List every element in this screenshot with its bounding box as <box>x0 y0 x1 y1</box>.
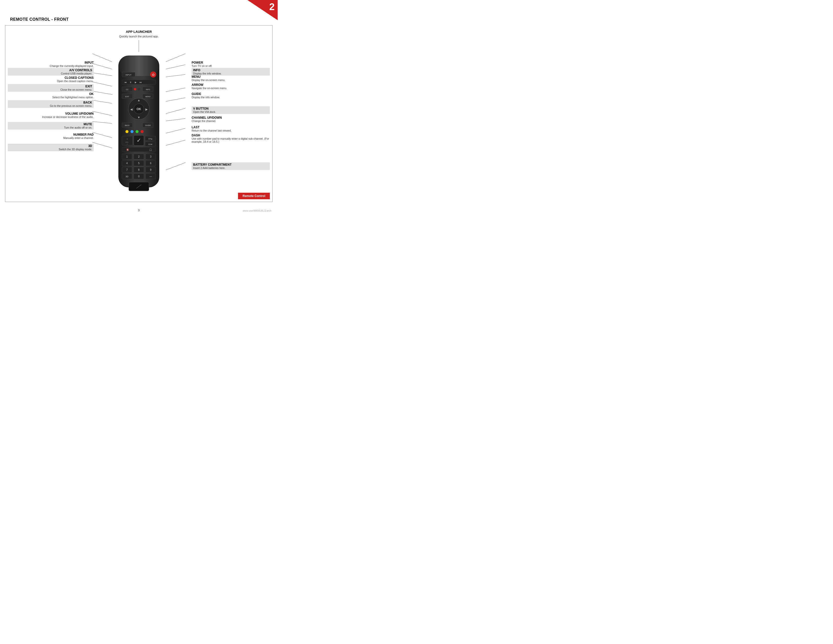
svg-line-4 <box>92 91 113 95</box>
svg-text:0: 0 <box>138 175 140 178</box>
app-launcher-label: APP LAUNCHER Quickly launch the pictured… <box>119 29 159 39</box>
svg-text:🎧: 🎧 <box>149 148 152 151</box>
website-url: www.userMANUALS.tech <box>243 209 271 212</box>
label-3d: 3D Switch the 3D display mode. <box>8 144 94 151</box>
svg-line-14 <box>166 98 185 101</box>
svg-text:🔇: 🔇 <box>126 148 129 151</box>
svg-rect-27 <box>122 80 156 84</box>
svg-text:5: 5 <box>138 162 140 165</box>
svg-line-1 <box>92 63 112 69</box>
svg-text:GUIDE: GUIDE <box>145 124 151 126</box>
svg-text:1: 1 <box>126 155 128 158</box>
svg-text:2: 2 <box>138 155 140 158</box>
svg-line-8 <box>92 132 112 138</box>
label-back: BACK Go to the previous on-screen menu. <box>8 100 94 108</box>
svg-text:INPUT: INPUT <box>125 74 132 76</box>
svg-text:▶: ▶ <box>145 108 148 111</box>
remote-svg: INPUT ⏻ ⏮ ⏸ ▶ ⏭ CC INFO <box>115 48 163 195</box>
svg-line-7 <box>92 121 112 124</box>
label-channel: CHANNEL UP/DOWN Change the channel. <box>191 116 270 122</box>
svg-text:+: + <box>127 138 128 140</box>
svg-text:—: — <box>150 175 152 178</box>
svg-text:OK: OK <box>137 107 141 111</box>
svg-text:✓: ✓ <box>137 137 141 143</box>
page-badge-number: 2 <box>269 2 275 11</box>
svg-point-53 <box>125 130 129 133</box>
svg-text:4: 4 <box>126 162 128 165</box>
label-menu: MENU Display the on-screen menu. <box>191 75 270 82</box>
label-number-pad: NUMBER PAD Manually enter a channel. <box>8 133 94 139</box>
app-launcher-title: APP LAUNCHER <box>126 30 152 34</box>
svg-text:⏭: ⏭ <box>140 81 142 84</box>
label-dash: DASH Use with number pad to manually ent… <box>191 134 270 143</box>
svg-text:7: 7 <box>126 169 128 171</box>
svg-point-35 <box>138 88 140 90</box>
svg-text:▼: ▼ <box>137 116 140 119</box>
label-closed-captions: CLOSED CAPTIONS Open the closed caption … <box>8 76 94 82</box>
corner-badge: 2 <box>248 0 278 20</box>
svg-line-19 <box>166 163 185 170</box>
svg-text:8: 8 <box>138 169 140 171</box>
svg-line-13 <box>166 88 185 92</box>
svg-text:−: − <box>127 143 128 145</box>
svg-text:◀: ◀ <box>130 108 133 111</box>
label-power: POWER Turn TV on or off. <box>191 61 270 68</box>
label-arrow: ARROW Navigate the on-screen menu. <box>191 83 270 90</box>
svg-line-3 <box>92 82 112 86</box>
label-battery: BATTERY COMPARTMENT Insert 2 AAA batteri… <box>191 163 270 170</box>
label-mute: MUTE Turn the audio off or on. <box>8 122 94 130</box>
label-volume: VOLUME UP/DOWN Increase or decrease loud… <box>8 112 94 118</box>
page-title: REMOTE CONTROL - FRONT <box>10 17 69 22</box>
svg-text:MENU: MENU <box>145 96 151 98</box>
page-number: 9 <box>138 209 140 212</box>
svg-text:▶: ▶ <box>135 81 137 84</box>
svg-line-11 <box>166 64 185 69</box>
svg-line-5 <box>92 100 112 103</box>
svg-text:▲: ▲ <box>137 98 140 102</box>
label-guide: GUIDE Display the info window. <box>191 92 270 99</box>
svg-point-34 <box>134 88 136 90</box>
svg-line-2 <box>92 73 112 76</box>
svg-text:CC: CC <box>126 89 129 90</box>
remote-control-image: INPUT ⏻ ⏮ ⏸ ▶ ⏭ CC INFO <box>115 48 163 196</box>
svg-text:9: 9 <box>150 169 151 171</box>
svg-text:INFO: INFO <box>146 89 150 90</box>
svg-text:3D: 3D <box>125 175 129 178</box>
svg-text:BACK: BACK <box>125 124 130 126</box>
svg-line-9 <box>92 142 112 148</box>
label-input: INPUT Change the currently-displayed inp… <box>8 61 94 68</box>
label-last: LAST Return to the channel last viewed. <box>191 126 270 132</box>
label-info: INFO Display the info window. <box>191 68 270 76</box>
label-exit: EXIT Close the on-screen menu. <box>8 84 94 92</box>
svg-text:⏸: ⏸ <box>130 81 132 84</box>
svg-line-12 <box>166 74 185 77</box>
svg-line-10 <box>166 53 185 62</box>
svg-line-16 <box>166 118 185 121</box>
svg-text:3: 3 <box>150 155 151 158</box>
label-av-controls: A/V CONTROLS Control USB media player. <box>8 68 94 76</box>
svg-text:VOL: VOL <box>125 142 129 143</box>
diagram-box: APP LAUNCHER Quickly launch the pictured… <box>5 25 273 202</box>
svg-text:CH▼: CH▼ <box>148 143 153 145</box>
label-v-button: V BUTTON Open the VIA dock. <box>191 106 270 114</box>
svg-point-55 <box>135 130 138 133</box>
svg-text:6: 6 <box>150 162 151 165</box>
svg-point-56 <box>141 130 144 133</box>
svg-text:⏻: ⏻ <box>152 73 154 76</box>
svg-line-0 <box>92 53 112 62</box>
svg-text:⏮: ⏮ <box>124 81 127 84</box>
remote-control-badge: Remote Control <box>238 193 270 199</box>
svg-line-18 <box>166 140 185 145</box>
svg-point-54 <box>130 130 133 133</box>
svg-text:EXIT: EXIT <box>125 96 129 98</box>
svg-text:CH▲: CH▲ <box>148 138 153 140</box>
svg-line-17 <box>166 128 185 133</box>
svg-line-6 <box>92 111 112 116</box>
svg-line-15 <box>166 108 185 114</box>
app-launcher-desc: Quickly launch the pictured app. <box>119 35 159 38</box>
label-ok: OK Select the highlighted menu option. <box>8 92 94 99</box>
